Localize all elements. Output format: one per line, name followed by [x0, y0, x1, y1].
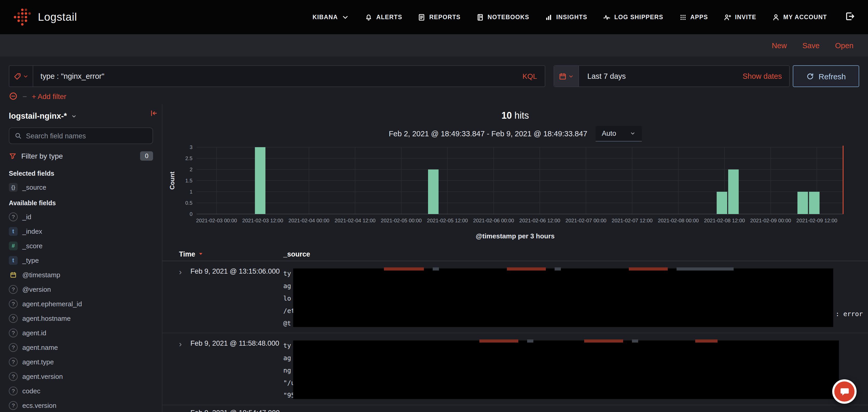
chat-bubble-icon [834, 381, 855, 402]
field-agent.name[interactable]: ?agent.name [9, 340, 153, 354]
field-_score[interactable]: #_score [9, 238, 153, 253]
show-dates-button[interactable]: Show dates [742, 72, 789, 80]
query-input[interactable] [33, 72, 515, 80]
histogram-header: Feb 2, 2021 @ 18:49:33.847 - Feb 9, 2021… [162, 126, 868, 141]
chevron-down-icon [71, 113, 77, 119]
collapse-sidebar-button[interactable] [150, 109, 158, 119]
histogram-x-axis-label: @timestamp per 3 hours [162, 232, 868, 240]
hits-count: 10 hits [162, 110, 868, 121]
svg-text:2021-02-08 00:00: 2021-02-08 00:00 [658, 218, 699, 224]
doc-source: tyagng"/u"95 [283, 339, 868, 402]
add-filter-button[interactable]: + Add filter [32, 92, 66, 100]
nav-item-reports[interactable]: REPORTS [418, 13, 461, 21]
field-codec[interactable]: ?codec [9, 383, 153, 398]
query-bar: KQL Last 7 days Show dates Refresh [0, 57, 868, 87]
svg-text:2021-02-03 12:00: 2021-02-03 12:00 [242, 218, 283, 224]
svg-text:2.5: 2.5 [185, 156, 192, 161]
filter-by-type-button[interactable]: Filter by type 0 [9, 144, 153, 165]
discover-page: Logstail KIBANAALERTSREPORTSNOTEBOOKSINS… [0, 0, 868, 412]
svg-text:2021-02-07 00:00: 2021-02-07 00:00 [565, 218, 607, 224]
number-field-icon: # [9, 241, 18, 250]
field-search-container [9, 128, 153, 144]
doc-table-body: ›Feb 9, 2021 @ 13:15:06.000tyaglo/et@t: … [162, 261, 868, 412]
unknown-field-icon: ? [9, 401, 18, 410]
filter-divider: – [23, 92, 27, 100]
document-row: ›Feb 9, 2021 @ 11:58:48.000tyagng"/u"95 [162, 333, 868, 405]
nav-item-my-account[interactable]: MY ACCOUNT [772, 13, 827, 21]
field-ecs.version[interactable]: ?ecs.version [9, 398, 153, 412]
index-pattern-selector[interactable]: logstail-nginx-* [9, 108, 153, 128]
report-icon [418, 13, 426, 21]
query-language-button[interactable]: KQL [515, 72, 545, 80]
svg-text:2: 2 [190, 167, 192, 172]
svg-text:2021-02-08 12:00: 2021-02-08 12:00 [704, 218, 745, 224]
time-range-value[interactable]: Last 7 days [579, 72, 742, 80]
main-nav: KIBANAALERTSREPORTSNOTEBOOKSINSIGHTSLOG … [313, 13, 827, 21]
logout-button[interactable] [845, 11, 855, 23]
unknown-field-icon: ? [9, 343, 18, 352]
main-area: logstail-nginx-* Filter by type 0 Select… [0, 104, 868, 412]
field-_id[interactable]: ?_id [9, 209, 153, 224]
nav-item-apps[interactable]: APPS [679, 13, 708, 21]
new-link[interactable]: New [772, 41, 787, 49]
nav-item-invite[interactable]: INVITE [723, 13, 756, 21]
save-link[interactable]: Save [802, 41, 819, 49]
field-agent.version[interactable]: ?agent.version [9, 369, 153, 383]
field-@version[interactable]: ?@version [9, 282, 153, 297]
filter-count-badge: 0 [141, 151, 153, 161]
interval-select[interactable]: Auto [596, 126, 642, 141]
svg-text:2021-02-09 00:00: 2021-02-09 00:00 [750, 218, 791, 224]
chevron-down-icon [341, 13, 349, 21]
calendar-menu-button[interactable] [554, 66, 579, 87]
field-agent.hostname[interactable]: ?agent.hostname [9, 311, 153, 325]
unknown-field-icon: ? [9, 372, 18, 381]
histogram-bar [428, 169, 439, 214]
field-_index[interactable]: t_index [9, 224, 153, 238]
document-row: ›Feb 9, 2021 @ 13:15:06.000tyaglo/et@t: … [162, 261, 868, 333]
filter-bar: – + Add filter [0, 87, 868, 104]
nav-item-alerts[interactable]: ALERTS [365, 13, 402, 21]
redaction-box [293, 341, 839, 399]
sort-desc-icon [198, 251, 204, 256]
field-agent.type[interactable]: ?agent.type [9, 354, 153, 369]
available-fields-heading: Available fields [9, 194, 153, 209]
nav-item-log-shippers[interactable]: LOG SHIPPERS [603, 13, 663, 21]
expand-row-icon[interactable]: › [179, 409, 190, 412]
svg-text:Count: Count [168, 172, 176, 190]
nav-item-insights[interactable]: INSIGHTS [545, 13, 587, 21]
unknown-field-icon: ? [9, 299, 18, 308]
field-agent.id[interactable]: ?agent.id [9, 325, 153, 340]
nav-item-kibana[interactable]: KIBANA [313, 13, 349, 21]
saved-query-menu-button[interactable] [9, 66, 33, 87]
apps-grid-icon [679, 13, 687, 21]
filter-settings-icon[interactable] [9, 92, 18, 101]
pulse-icon [603, 13, 611, 21]
refresh-button[interactable]: Refresh [793, 65, 859, 87]
field-@timestamp[interactable]: @timestamp [9, 267, 153, 282]
field-_source[interactable]: {}_source [9, 180, 153, 194]
chat-launcher-button[interactable] [832, 379, 857, 404]
brand-logo[interactable]: Logstail [13, 8, 77, 27]
field-search-input[interactable] [26, 132, 147, 140]
svg-text:3: 3 [190, 144, 192, 150]
user-icon [772, 13, 780, 21]
nav-item-notebooks[interactable]: NOTEBOOKS [476, 13, 529, 21]
svg-text:0: 0 [190, 211, 192, 217]
date-picker: Last 7 days Show dates [554, 65, 789, 87]
histogram-time-range: Feb 2, 2021 @ 18:49:33.847 - Feb 9, 2021… [389, 130, 587, 138]
field-_type[interactable]: t_type [9, 253, 153, 267]
logout-icon [845, 11, 855, 21]
svg-text:2021-02-04 00:00: 2021-02-04 00:00 [288, 218, 330, 224]
field-agent.ephemeral_id[interactable]: ?agent.ephemeral_id [9, 297, 153, 311]
histogram-chart[interactable]: 2021-02-03 00:002021-02-03 12:002021-02-… [166, 143, 857, 229]
notebook-icon [476, 13, 484, 21]
time-column-header[interactable]: Time [179, 250, 283, 258]
unknown-field-icon: ? [9, 357, 18, 366]
expand-row-icon[interactable]: › [179, 267, 190, 330]
bell-icon [365, 13, 373, 21]
unknown-field-icon: ? [9, 212, 18, 221]
doc-timestamp: Feb 9, 2021 @ 10:54:47.000 [190, 409, 283, 412]
expand-row-icon[interactable]: › [179, 339, 190, 402]
svg-text:2021-02-06 00:00: 2021-02-06 00:00 [473, 218, 514, 224]
open-link[interactable]: Open [835, 41, 854, 49]
